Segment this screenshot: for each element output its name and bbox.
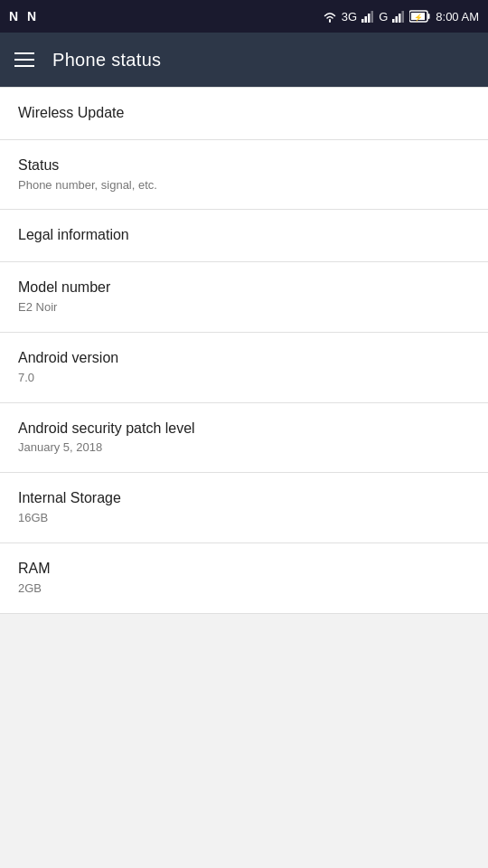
- svg-rect-7: [396, 16, 399, 23]
- menu-button[interactable]: [14, 52, 34, 67]
- svg-rect-6: [392, 19, 395, 23]
- network-g: G: [379, 10, 388, 24]
- menu-item-subtitle-status: Phone number, signal, etc.: [18, 178, 470, 193]
- svg-rect-2: [361, 19, 364, 23]
- toolbar: Phone status: [0, 33, 488, 87]
- status-bar-right: 3G G ⚡ 8:00 AM: [323, 10, 479, 24]
- menu-item-title-android-version: Android version: [18, 349, 470, 368]
- menu-item-title-android-security-patch: Android security patch level: [18, 420, 470, 439]
- svg-rect-8: [399, 14, 401, 23]
- menu-item-legal-information[interactable]: Legal information: [0, 210, 488, 262]
- svg-rect-5: [371, 11, 374, 23]
- menu-item-title-wireless-update: Wireless Update: [18, 104, 470, 123]
- network-3g: 3G: [342, 10, 357, 24]
- status-time: 8:00 AM: [436, 10, 479, 24]
- menu-item-title-legal-information: Legal information: [18, 226, 470, 245]
- menu-item-android-version[interactable]: Android version7.0: [0, 333, 488, 403]
- battery-icon: ⚡: [409, 10, 431, 23]
- menu-item-title-internal-storage: Internal Storage: [18, 489, 470, 508]
- menu-item-ram[interactable]: RAM2GB: [0, 543, 488, 614]
- menu-item-wireless-update[interactable]: Wireless Update: [0, 87, 488, 140]
- nougat-icon-2: N: [27, 9, 42, 24]
- menu-item-status[interactable]: StatusPhone number, signal, etc.: [0, 140, 488, 211]
- menu-item-android-security-patch[interactable]: Android security patch levelJanuary 5, 2…: [0, 403, 488, 474]
- menu-item-subtitle-android-version: 7.0: [18, 371, 470, 386]
- menu-item-model-number[interactable]: Model numberE2 Noir: [0, 262, 488, 333]
- menu-item-title-status: Status: [18, 156, 470, 175]
- signal-icon-2: [392, 10, 405, 23]
- menu-item-subtitle-android-security-patch: January 5, 2018: [18, 440, 470, 456]
- nougat-icon-1: N: [9, 9, 23, 24]
- svg-text:N: N: [27, 9, 36, 24]
- svg-rect-4: [368, 14, 371, 23]
- svg-text:N: N: [9, 9, 18, 24]
- svg-text:⚡: ⚡: [414, 13, 423, 22]
- signal-icon-1: [361, 10, 374, 23]
- toolbar-title: Phone status: [52, 50, 161, 71]
- menu-item-subtitle-ram: 2GB: [18, 581, 470, 597]
- status-bar: N N 3G G: [0, 0, 488, 33]
- wifi-icon: [323, 11, 337, 23]
- svg-rect-11: [428, 14, 430, 19]
- content: Wireless UpdateStatusPhone number, signa…: [0, 87, 488, 614]
- svg-rect-3: [365, 16, 368, 23]
- status-bar-left: N N: [9, 9, 42, 24]
- svg-rect-9: [402, 11, 405, 23]
- menu-item-title-model-number: Model number: [18, 278, 470, 297]
- menu-item-internal-storage[interactable]: Internal Storage16GB: [0, 473, 488, 543]
- menu-item-title-ram: RAM: [18, 560, 470, 579]
- menu-item-subtitle-internal-storage: 16GB: [18, 511, 470, 526]
- menu-item-subtitle-model-number: E2 Noir: [18, 300, 470, 316]
